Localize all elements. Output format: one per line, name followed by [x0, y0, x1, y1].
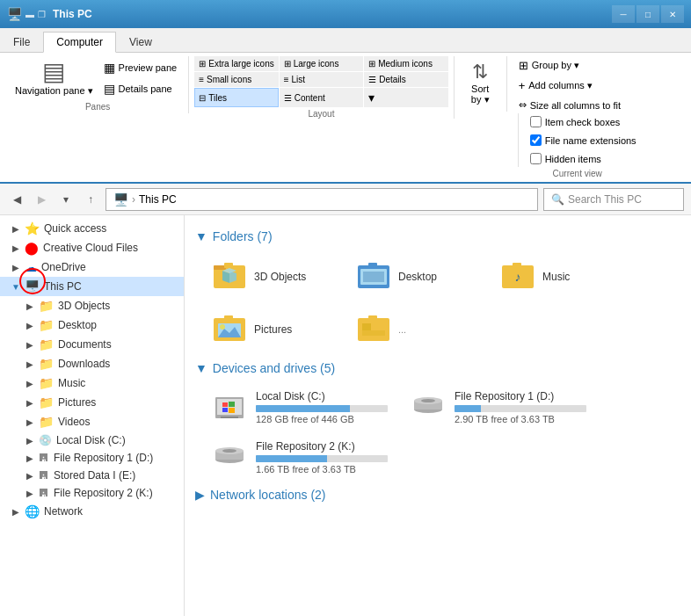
sidebar-item-downloads[interactable]: ▶ 📁 Downloads: [0, 354, 184, 373]
layout-list[interactable]: ≡List: [280, 72, 363, 87]
sidebar-item-creative-cloud[interactable]: ▶ ⬤ Creative Cloud Files: [0, 238, 184, 257]
sidebar-item-onedrive[interactable]: ▶ ☁ OneDrive: [0, 257, 184, 277]
tab-computer[interactable]: Computer: [43, 32, 116, 53]
file-repo-d-expand: ▶: [21, 453, 39, 463]
sidebar-item-file-repo-k[interactable]: ▶ 🖪 File Repository 2 (K:): [0, 484, 184, 502]
hidden-items-checkbox[interactable]: [530, 153, 542, 164]
tab-file[interactable]: File: [0, 32, 43, 52]
sort-icon: ⇅: [472, 61, 488, 83]
stored-data-e-icon: 🖪: [39, 469, 49, 482]
sidebar-item-3d-objects[interactable]: ▶ 📁 3D Objects: [0, 296, 184, 315]
back-button[interactable]: ◀: [7, 190, 26, 209]
drive-d-icon: [411, 390, 446, 424]
layout-extra-large[interactable]: ⊞Extra large icons: [194, 56, 278, 71]
layout-tiles[interactable]: ⊟Tiles: [194, 88, 278, 107]
sidebar: ▶ ⭐ Quick access ▶ ⬤ Creative Cloud File…: [0, 215, 185, 616]
layout-small[interactable]: ≡Small icons: [194, 72, 278, 87]
forward-button[interactable]: ▶: [32, 190, 51, 209]
sidebar-item-pictures[interactable]: ▶ 📁 Pictures: [0, 393, 184, 412]
recent-locations-button[interactable]: ▾: [56, 190, 76, 209]
3d-objects-expand: ▶: [21, 301, 39, 311]
devices-section-header[interactable]: ▼ Devices and drives (5): [195, 361, 680, 375]
item-check-boxes-label[interactable]: Item check boxes: [526, 113, 641, 130]
preview-pane-button[interactable]: ▦ Preview pane: [99, 58, 182, 77]
folder-extra-label: ...: [398, 324, 406, 335]
sidebar-item-music[interactable]: ▶ 📁 Music: [0, 373, 184, 393]
local-disk-c-icon: 💿: [39, 434, 52, 446]
folder-pictures-label: Pictures: [254, 323, 292, 336]
devices-chevron: ▼: [195, 361, 207, 375]
network-locations-section-header[interactable]: ▶ Network locations (2): [195, 488, 680, 502]
layout-group-label: Layout: [194, 109, 447, 119]
file-name-extensions-checkbox[interactable]: [530, 134, 542, 146]
drive-d-name: File Repository 1 (D:): [455, 390, 586, 402]
folder-desktop-icon: [356, 258, 391, 295]
folder-extra[interactable]: ...: [346, 305, 487, 354]
svg-rect-26: [222, 408, 228, 412]
folder-pictures[interactable]: Pictures: [202, 305, 343, 354]
quick-access-expand: ▶: [7, 224, 25, 234]
local-disk-c-expand: ▶: [21, 436, 39, 446]
layout-medium[interactable]: ⊞Medium icons: [364, 56, 447, 71]
minimize-button[interactable]: ─: [612, 5, 635, 23]
svg-rect-27: [229, 408, 235, 413]
hidden-items-label[interactable]: Hidden items: [526, 150, 641, 167]
folder-music[interactable]: ♪ Music: [491, 252, 631, 301]
close-button[interactable]: ✕: [661, 5, 684, 23]
tab-view[interactable]: View: [116, 32, 165, 52]
layout-expand[interactable]: ▾: [364, 88, 447, 107]
network-locations-title: Network locations (2): [210, 488, 326, 502]
documents-icon: 📁: [39, 337, 54, 351]
drive-c-bar-fill: [256, 405, 350, 412]
sidebar-item-network[interactable]: ▶ 🌐 Network: [0, 502, 184, 521]
sidebar-item-stored-data-e[interactable]: ▶ 🖪 Stored Data I (E:): [0, 467, 184, 484]
folder-desktop[interactable]: Desktop: [346, 252, 487, 301]
sidebar-item-quick-access[interactable]: ▶ ⭐ Quick access: [0, 219, 184, 238]
details-pane-button[interactable]: ▤ Details pane: [99, 79, 182, 98]
file-repo-k-icon: 🖪: [39, 487, 49, 499]
this-pc-expand: ▼: [7, 282, 25, 292]
svg-point-17: [220, 324, 225, 330]
sidebar-item-this-pc[interactable]: ▼ 🖥️ This PC: [0, 277, 184, 296]
sidebar-item-desktop[interactable]: ▶ 📁 Desktop: [0, 315, 184, 335]
sidebar-item-file-repo-d[interactable]: ▶ 🖪 File Repository 1 (D:): [0, 449, 184, 467]
item-check-boxes-checkbox[interactable]: [530, 116, 542, 127]
add-columns-button[interactable]: + Add columns ▾: [514, 76, 641, 95]
svg-rect-21: [362, 330, 385, 336]
up-button[interactable]: ↑: [81, 190, 100, 209]
svg-rect-25: [229, 402, 235, 407]
svg-point-32: [421, 399, 435, 402]
layout-details[interactable]: ☰Details: [364, 72, 447, 87]
drive-file-repo-d[interactable]: File Repository 1 (D:) 2.90 TB free of 3…: [401, 384, 596, 431]
folder-3d-objects[interactable]: 3D Objects: [202, 252, 343, 301]
drive-file-repo-k[interactable]: File Repository 2 (K:) 1.66 TB free of 3…: [202, 434, 397, 481]
title-bar-text: This PC: [53, 8, 612, 20]
svg-rect-19: [368, 315, 377, 321]
network-icon: 🌐: [25, 504, 40, 518]
drive-k-bar-bg: [256, 455, 388, 462]
minimize-icon: ▬: [25, 10, 34, 19]
maximize-button[interactable]: □: [636, 5, 659, 23]
sidebar-item-local-disk-c[interactable]: ▶ 💿 Local Disk (C:): [0, 431, 184, 449]
search-box[interactable]: 🔍 Search This PC: [543, 188, 684, 211]
pictures-expand: ▶: [21, 398, 39, 408]
svg-rect-24: [222, 402, 228, 407]
drive-d-bar-fill: [455, 405, 481, 412]
sidebar-item-videos[interactable]: ▶ 📁 Videos: [0, 412, 184, 431]
layout-large[interactable]: ⊞Large icons: [280, 56, 363, 71]
sort-button[interactable]: ⇅ Sort by ▾: [465, 58, 496, 108]
drive-d-space: 2.90 TB free of 3.63 TB: [455, 414, 586, 424]
file-repo-d-icon: 🖪: [39, 452, 49, 464]
size-all-columns-button[interactable]: ⇔ Size all columns to fit: [514, 97, 641, 113]
file-name-extensions-label[interactable]: File name extensions: [526, 132, 641, 149]
ribbon-group-current-view: ⊞ Group by ▾ + Add columns ▾ ⇔ Size all …: [507, 56, 648, 178]
drive-local-disk-c[interactable]: Local Disk (C:) 128 GB free of 446 GB: [202, 384, 397, 431]
drives-grid: Local Disk (C:) 128 GB free of 446 GB: [202, 384, 680, 481]
sidebar-item-documents[interactable]: ▶ 📁 Documents: [0, 335, 184, 354]
folder-extra-icon: [356, 311, 391, 348]
group-by-button[interactable]: ⊞ Group by ▾: [514, 56, 641, 75]
navigation-pane-button[interactable]: Navigation pane ▾: [14, 84, 94, 98]
layout-content[interactable]: ☰Content: [280, 88, 363, 107]
folders-section-header[interactable]: ▼ Folders (7): [195, 229, 680, 243]
address-path[interactable]: 🖥️ › This PC: [105, 188, 538, 211]
